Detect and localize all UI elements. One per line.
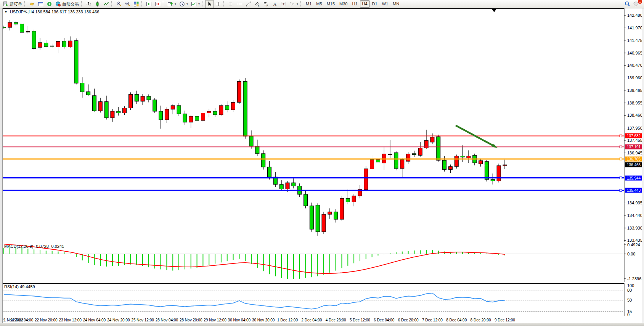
signal-icon [47,1,52,7]
crosshair-icon [215,1,221,7]
text-button[interactable]: A [270,0,279,8]
timeframe-button-h1[interactable]: H1 [350,0,360,8]
zoom-out-button[interactable] [123,0,132,8]
auto-trading-button[interactable]: 自动交易 [54,0,80,8]
dropdown-caret-icon[interactable]: ▾ [175,2,176,6]
macd-pane [3,243,625,282]
candle-bear [225,106,229,110]
time-axis-label: 24 Nov 04:00 [83,318,106,322]
notifications-button[interactable]: 1 [632,0,641,8]
price-tag-135.944: 135.944 [625,175,644,180]
data-window-button[interactable] [36,0,45,8]
hline-icon [237,1,243,7]
fibo-icon: F [263,1,269,7]
horizontal-line-button[interactable] [235,0,244,8]
chart-menu-caret-icon[interactable]: ▼ [4,10,8,14]
macd-axis-tick: 0.00 [627,252,635,256]
chart-canvas [0,0,644,326]
price-axis-tick: 141.970 [627,26,642,30]
candle-bear [292,183,296,186]
timeframe-button-w1[interactable]: W1 [380,0,391,8]
zoom-in-button[interactable] [114,0,123,8]
candle-bull [370,160,374,169]
vertical-line-button[interactable] [226,0,235,8]
candle-bear [135,95,138,101]
templates-button[interactable]: ▾ [190,0,201,8]
rsi-indicator-label: RSI(14) 49.4459 [4,284,35,289]
toolbar-separator [300,1,302,7]
time-axis-label: 5 Dec 12:00 [350,318,370,322]
candlestick-chart-button[interactable] [93,0,102,8]
price-axis-tick: 134.440 [627,213,642,218]
equidistant-channel-button[interactable]: E [253,0,262,8]
timeframe-button-m1[interactable]: M1 [304,0,314,8]
candle-bull [219,106,223,115]
fibonacci-button[interactable]: F [262,0,270,8]
hline-handle[interactable] [620,146,622,148]
tile-windows-button[interactable] [132,0,141,8]
timeframe-button-m15[interactable]: M15 [324,0,337,8]
crosshair-button[interactable] [214,0,223,8]
timeframe-button-m30[interactable]: M30 [337,0,350,8]
main-toolbar: 新订单自动交易▾▾▾EFAT▾M1M5M15M30H1H4D1W1MN1 [0,0,644,8]
candle-bull [189,116,193,122]
price-axis-tick: 133.435 [627,238,642,242]
price-axis-tick: 138.460 [627,113,642,117]
line-chart-button[interactable] [102,0,111,8]
timeframe-button-d1[interactable]: D1 [370,0,380,8]
timeframe-button-m5[interactable]: M5 [314,0,324,8]
time-axis-label: 25 Nov 12:00 [131,318,154,322]
rsi-axis-tick: 50 [627,298,632,302]
price-tag-135.443: 135.443 [625,188,644,193]
price-tag-136.466: 136.466 [625,162,644,167]
candle-bear [62,41,66,47]
shapes-button[interactable]: ▾ [288,0,300,8]
hline-handle[interactable] [620,158,622,160]
candle-bull [231,102,235,110]
market-watch-button[interactable] [27,0,36,8]
new-order-button[interactable]: 新订单 [1,0,24,8]
price-axis-tick: 133.930 [627,226,642,230]
chart-title: ▼ USDJPY-,H4 136.584 136.617 136.233 136… [4,10,99,14]
dropdown-caret-icon[interactable]: ▾ [297,2,298,6]
svg-text:T: T [283,2,285,6]
hline-handle[interactable] [620,135,622,137]
period-selector-button[interactable]: ▾ [178,0,190,8]
search-button[interactable] [623,0,632,8]
trendline-button[interactable] [244,0,253,8]
window-right-edge [642,8,644,323]
textA-icon: A [272,1,278,7]
time-axis-label: 24 Nov 20:00 [107,318,130,322]
bar-chart-button[interactable] [84,0,93,8]
candle-bull [467,156,471,158]
doc-plus-icon [3,1,8,7]
auto-scroll-button[interactable] [145,0,153,8]
price-tag-136.705: 136.705 [625,156,644,161]
candle-bear [346,198,350,202]
dropdown-caret-icon[interactable]: ▾ [186,2,188,6]
candle-bear [20,24,24,32]
sound-alert-button[interactable] [45,0,54,8]
candle-bull [497,165,501,181]
new-chart-button[interactable]: ▾ [166,0,178,8]
timeframe-button-mn[interactable]: MN [390,0,401,8]
cursor-button[interactable] [205,0,214,8]
candle-bull [165,109,169,120]
window-icon [38,1,43,7]
candle-bull [68,41,72,47]
candle-bear [117,111,120,113]
candle-bull [207,111,211,113]
candle-bear [243,82,247,137]
hline-handle[interactable] [620,177,622,179]
hline-handle[interactable] [620,189,622,191]
timeframe-button-h4[interactable]: H4 [360,0,370,8]
candle-bull [340,198,344,219]
chart-shift-button[interactable] [153,0,162,8]
auto-trading-button-label: 自动交易 [62,1,79,7]
text-label-button[interactable]: T [279,0,288,8]
svg-text:F: F [267,4,268,7]
candle-bear [412,154,416,155]
dropdown-caret-icon[interactable]: ▾ [198,2,200,6]
candle-bull [418,148,422,155]
price-axis-tick: 140.470 [627,63,642,67]
